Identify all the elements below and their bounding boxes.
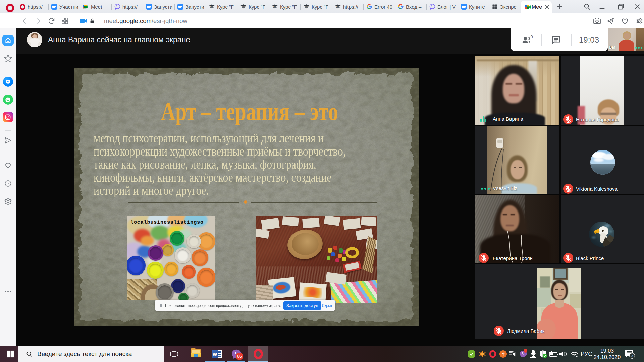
svg-text:9: 9 [531,35,533,39]
